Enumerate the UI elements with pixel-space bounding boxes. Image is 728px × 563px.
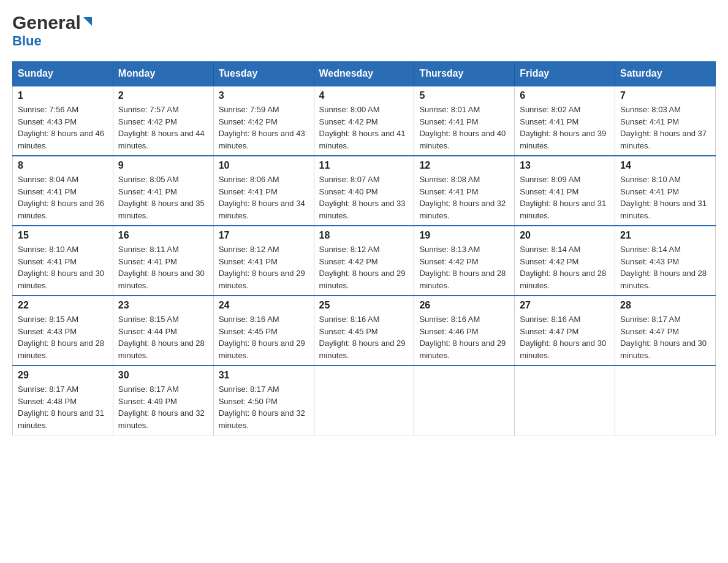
day-info: Sunrise: 8:16 AM Sunset: 4:46 PM Dayligh… bbox=[419, 313, 509, 361]
day-info: Sunrise: 8:12 AM Sunset: 4:41 PM Dayligh… bbox=[219, 243, 309, 291]
day-info: Sunrise: 8:02 AM Sunset: 4:41 PM Dayligh… bbox=[520, 104, 610, 151]
calendar-day-cell: 25 Sunrise: 8:16 AM Sunset: 4:45 PM Dayl… bbox=[314, 296, 414, 366]
calendar-week-row: 15 Sunrise: 8:10 AM Sunset: 4:41 PM Dayl… bbox=[13, 226, 716, 296]
calendar-day-cell: 1 Sunrise: 7:56 AM Sunset: 4:43 PM Dayli… bbox=[13, 86, 113, 156]
day-info: Sunrise: 8:15 AM Sunset: 4:43 PM Dayligh… bbox=[18, 313, 108, 361]
calendar-day-cell: 18 Sunrise: 8:12 AM Sunset: 4:42 PM Dayl… bbox=[314, 226, 414, 296]
day-number: 30 bbox=[118, 370, 208, 381]
calendar-day-cell: 8 Sunrise: 8:04 AM Sunset: 4:41 PM Dayli… bbox=[13, 156, 113, 226]
calendar-day-cell: 17 Sunrise: 8:12 AM Sunset: 4:41 PM Dayl… bbox=[213, 226, 314, 296]
day-number: 28 bbox=[620, 300, 710, 311]
day-info: Sunrise: 8:13 AM Sunset: 4:42 PM Dayligh… bbox=[419, 243, 509, 291]
day-number: 4 bbox=[319, 90, 409, 101]
day-number: 23 bbox=[118, 300, 208, 311]
calendar-day-cell: 15 Sunrise: 8:10 AM Sunset: 4:41 PM Dayl… bbox=[13, 226, 113, 296]
column-header-sunday: Sunday bbox=[13, 62, 113, 86]
day-number: 15 bbox=[18, 230, 108, 241]
calendar-table: SundayMondayTuesdayWednesdayThursdayFrid… bbox=[12, 61, 716, 435]
calendar-day-cell: 21 Sunrise: 8:14 AM Sunset: 4:43 PM Dayl… bbox=[615, 226, 716, 296]
day-info: Sunrise: 8:15 AM Sunset: 4:44 PM Dayligh… bbox=[118, 313, 208, 361]
calendar-day-cell: 28 Sunrise: 8:17 AM Sunset: 4:47 PM Dayl… bbox=[615, 296, 716, 366]
logo-arrow-icon bbox=[81, 15, 94, 31]
svg-marker-0 bbox=[83, 17, 92, 26]
calendar-day-cell: 31 Sunrise: 8:17 AM Sunset: 4:50 PM Dayl… bbox=[213, 366, 314, 435]
logo-general-text: General bbox=[12, 12, 81, 33]
day-info: Sunrise: 8:10 AM Sunset: 4:41 PM Dayligh… bbox=[620, 174, 710, 221]
column-header-wednesday: Wednesday bbox=[314, 62, 414, 86]
day-info: Sunrise: 8:16 AM Sunset: 4:45 PM Dayligh… bbox=[219, 313, 309, 361]
day-number: 10 bbox=[219, 160, 309, 171]
day-info: Sunrise: 8:07 AM Sunset: 4:40 PM Dayligh… bbox=[319, 174, 409, 221]
day-number: 27 bbox=[520, 300, 610, 311]
day-number: 19 bbox=[419, 230, 509, 241]
calendar-day-cell: 23 Sunrise: 8:15 AM Sunset: 4:44 PM Dayl… bbox=[113, 296, 213, 366]
calendar-day-cell: 4 Sunrise: 8:00 AM Sunset: 4:42 PM Dayli… bbox=[314, 86, 414, 156]
calendar-day-cell: 19 Sunrise: 8:13 AM Sunset: 4:42 PM Dayl… bbox=[414, 226, 515, 296]
day-number: 12 bbox=[419, 160, 509, 171]
day-info: Sunrise: 8:14 AM Sunset: 4:43 PM Dayligh… bbox=[620, 243, 710, 291]
calendar-day-cell: 27 Sunrise: 8:16 AM Sunset: 4:47 PM Dayl… bbox=[515, 296, 615, 366]
calendar-day-cell: 24 Sunrise: 8:16 AM Sunset: 4:45 PM Dayl… bbox=[213, 296, 314, 366]
column-header-thursday: Thursday bbox=[414, 62, 515, 86]
day-info: Sunrise: 8:06 AM Sunset: 4:41 PM Dayligh… bbox=[219, 174, 309, 221]
day-number: 31 bbox=[219, 370, 309, 381]
calendar-day-cell: 22 Sunrise: 8:15 AM Sunset: 4:43 PM Dayl… bbox=[13, 296, 113, 366]
day-number: 17 bbox=[219, 230, 309, 241]
day-number: 22 bbox=[18, 300, 108, 311]
calendar-week-row: 8 Sunrise: 8:04 AM Sunset: 4:41 PM Dayli… bbox=[13, 156, 716, 226]
calendar-day-cell: 2 Sunrise: 7:57 AM Sunset: 4:42 PM Dayli… bbox=[113, 86, 213, 156]
column-header-tuesday: Tuesday bbox=[213, 62, 314, 86]
day-info: Sunrise: 7:56 AM Sunset: 4:43 PM Dayligh… bbox=[18, 104, 108, 151]
calendar-empty-cell bbox=[314, 366, 414, 435]
calendar-day-cell: 11 Sunrise: 8:07 AM Sunset: 4:40 PM Dayl… bbox=[314, 156, 414, 226]
calendar-day-cell: 9 Sunrise: 8:05 AM Sunset: 4:41 PM Dayli… bbox=[113, 156, 213, 226]
page-header: General Blue bbox=[12, 12, 716, 49]
day-number: 16 bbox=[118, 230, 208, 241]
calendar-day-cell: 7 Sunrise: 8:03 AM Sunset: 4:41 PM Dayli… bbox=[615, 86, 716, 156]
calendar-day-cell: 12 Sunrise: 8:08 AM Sunset: 4:41 PM Dayl… bbox=[414, 156, 515, 226]
day-number: 14 bbox=[620, 160, 710, 171]
calendar-day-cell: 13 Sunrise: 8:09 AM Sunset: 4:41 PM Dayl… bbox=[515, 156, 615, 226]
day-info: Sunrise: 8:12 AM Sunset: 4:42 PM Dayligh… bbox=[319, 243, 409, 291]
calendar-week-row: 29 Sunrise: 8:17 AM Sunset: 4:48 PM Dayl… bbox=[13, 366, 716, 435]
day-info: Sunrise: 8:11 AM Sunset: 4:41 PM Dayligh… bbox=[118, 243, 208, 291]
calendar-header-row: SundayMondayTuesdayWednesdayThursdayFrid… bbox=[13, 62, 716, 86]
column-header-saturday: Saturday bbox=[615, 62, 716, 86]
calendar-empty-cell bbox=[414, 366, 515, 435]
day-info: Sunrise: 8:10 AM Sunset: 4:41 PM Dayligh… bbox=[18, 243, 108, 291]
day-number: 7 bbox=[620, 90, 710, 101]
day-number: 9 bbox=[118, 160, 208, 171]
day-info: Sunrise: 8:03 AM Sunset: 4:41 PM Dayligh… bbox=[620, 104, 710, 151]
calendar-day-cell: 29 Sunrise: 8:17 AM Sunset: 4:48 PM Dayl… bbox=[13, 366, 113, 435]
day-number: 11 bbox=[319, 160, 409, 171]
day-info: Sunrise: 8:05 AM Sunset: 4:41 PM Dayligh… bbox=[118, 174, 208, 221]
calendar-day-cell: 6 Sunrise: 8:02 AM Sunset: 4:41 PM Dayli… bbox=[515, 86, 615, 156]
day-number: 29 bbox=[18, 370, 108, 381]
day-number: 5 bbox=[419, 90, 509, 101]
day-info: Sunrise: 8:16 AM Sunset: 4:47 PM Dayligh… bbox=[520, 313, 610, 361]
day-number: 24 bbox=[219, 300, 309, 311]
logo: General Blue bbox=[12, 12, 94, 49]
day-info: Sunrise: 8:01 AM Sunset: 4:41 PM Dayligh… bbox=[419, 104, 509, 151]
calendar-day-cell: 5 Sunrise: 8:01 AM Sunset: 4:41 PM Dayli… bbox=[414, 86, 515, 156]
day-info: Sunrise: 8:09 AM Sunset: 4:41 PM Dayligh… bbox=[520, 174, 610, 221]
calendar-empty-cell bbox=[515, 366, 615, 435]
day-number: 20 bbox=[520, 230, 610, 241]
column-header-monday: Monday bbox=[113, 62, 213, 86]
day-number: 26 bbox=[419, 300, 509, 311]
calendar-day-cell: 3 Sunrise: 7:59 AM Sunset: 4:42 PM Dayli… bbox=[213, 86, 314, 156]
day-number: 6 bbox=[520, 90, 610, 101]
day-info: Sunrise: 7:59 AM Sunset: 4:42 PM Dayligh… bbox=[219, 104, 309, 151]
day-number: 8 bbox=[18, 160, 108, 171]
column-header-friday: Friday bbox=[515, 62, 615, 86]
day-info: Sunrise: 8:04 AM Sunset: 4:41 PM Dayligh… bbox=[18, 174, 108, 221]
logo-blue-text: Blue bbox=[12, 33, 42, 49]
day-info: Sunrise: 7:57 AM Sunset: 4:42 PM Dayligh… bbox=[118, 104, 208, 151]
day-info: Sunrise: 8:17 AM Sunset: 4:49 PM Dayligh… bbox=[118, 383, 208, 431]
calendar-day-cell: 16 Sunrise: 8:11 AM Sunset: 4:41 PM Dayl… bbox=[113, 226, 213, 296]
day-number: 2 bbox=[118, 90, 208, 101]
calendar-day-cell: 10 Sunrise: 8:06 AM Sunset: 4:41 PM Dayl… bbox=[213, 156, 314, 226]
day-info: Sunrise: 8:17 AM Sunset: 4:50 PM Dayligh… bbox=[219, 383, 309, 431]
day-info: Sunrise: 8:16 AM Sunset: 4:45 PM Dayligh… bbox=[319, 313, 409, 361]
calendar-day-cell: 26 Sunrise: 8:16 AM Sunset: 4:46 PM Dayl… bbox=[414, 296, 515, 366]
